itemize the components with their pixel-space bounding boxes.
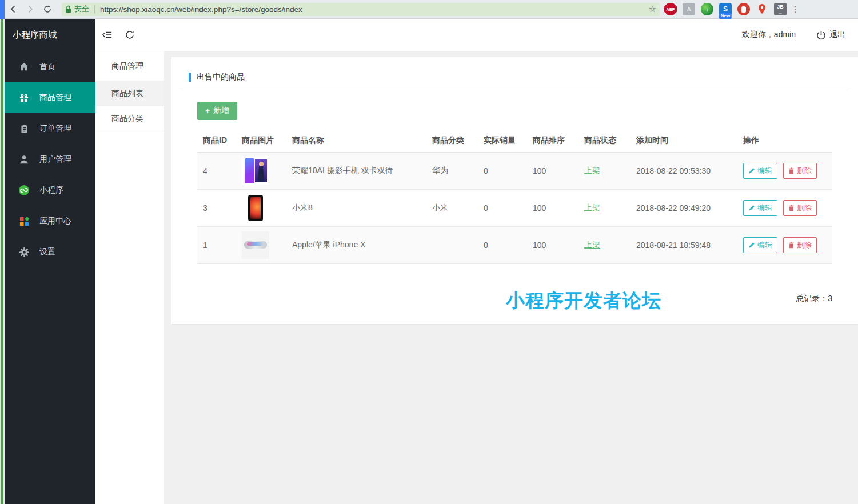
sidebar-item-label: 首页 — [39, 62, 55, 72]
cell-product-id: 3 — [197, 189, 236, 226]
stop-hand-extension-icon[interactable] — [737, 3, 750, 15]
pencil-icon — [748, 167, 755, 174]
collapse-menu-icon[interactable] — [95, 23, 118, 46]
delete-label: 删除 — [797, 203, 812, 213]
person-face — [259, 162, 264, 166]
bookmark-star-icon[interactable]: ☆ — [649, 4, 656, 14]
background-window-green-line — [1, 19, 3, 504]
user-icon — [18, 153, 30, 166]
url-text[interactable]: https://shop.xiaoqc.cn/web/index.php?s=/… — [100, 5, 645, 14]
table-header-row: 商品ID 商品图片 商品名称 商品分类 实际销量 商品排序 商品状态 添加时间 … — [197, 129, 832, 152]
cell-product-name: Apple/苹果 iPhone X — [286, 226, 426, 263]
total-label: 总记录： — [796, 294, 828, 303]
pencil-icon — [748, 205, 755, 211]
app-header: 欢迎你，admin 退出 — [95, 19, 858, 51]
sidebar-item-goods[interactable]: 商品管理 — [5, 82, 95, 113]
sidebar-item-users[interactable]: 用户管理 — [5, 144, 95, 175]
submenu-item-goods-category[interactable]: 商品分类 — [95, 106, 164, 131]
products-table: 商品ID 商品图片 商品名称 商品分类 实际销量 商品排序 商品状态 添加时间 … — [197, 129, 832, 264]
sidebar-item-label: 订单管理 — [39, 123, 71, 134]
edit-button[interactable]: 编辑 — [743, 163, 777, 179]
edit-button[interactable]: 编辑 — [743, 237, 777, 253]
miniprogram-icon — [18, 184, 30, 197]
col-header-sales: 实际销量 — [478, 129, 527, 152]
table-zone: + 新增 商品ID 商品图片 商品名称 商品分类 实际销量 商品排序 — [171, 90, 858, 304]
sidebar-item-label: 商品管理 — [39, 93, 71, 103]
sidebar-item-orders[interactable]: 订单管理 — [5, 113, 95, 144]
sidebar-item-app-center[interactable]: 应用中心 — [5, 206, 95, 237]
cell-category — [426, 226, 478, 263]
cell-product-name: 荣耀10AI 摄影手机 双卡双待 — [286, 152, 426, 189]
phone-shape — [245, 158, 254, 183]
browser-forward-button[interactable] — [22, 2, 39, 17]
lock-icon — [65, 5, 71, 13]
security-label: 安全 — [74, 4, 89, 14]
gear-icon — [18, 246, 30, 258]
trash-icon — [788, 205, 795, 211]
jb-extension-icon[interactable]: JB_ — [774, 3, 787, 15]
delete-button[interactable]: 删除 — [783, 200, 817, 216]
delete-label: 删除 — [797, 240, 812, 250]
trash-icon — [788, 167, 795, 174]
cell-sales: 0 — [478, 226, 527, 263]
col-header-time: 添加时间 — [630, 129, 737, 152]
map-pin-extension-icon[interactable] — [756, 3, 768, 15]
pencil-icon — [748, 242, 755, 249]
table-row: 1 Apple/苹果 iPhone X 0 100 上架 2018-08-21 … — [197, 226, 832, 263]
submenu-title: 商品管理 — [95, 51, 164, 81]
cell-sort: 100 — [527, 189, 578, 226]
background-window-strip — [0, 0, 5, 504]
clipboard-icon — [18, 122, 30, 135]
edit-label: 编辑 — [757, 203, 772, 213]
section-accent-bar — [189, 73, 191, 82]
browser-reload-button[interactable] — [39, 2, 56, 17]
delete-button[interactable]: 删除 — [783, 163, 817, 179]
jb-underscore: _ — [779, 9, 781, 14]
adblock-extension-icon[interactable]: ABP — [664, 3, 677, 15]
sidebar-item-settings[interactable]: 设置 — [5, 237, 95, 267]
gift-icon — [18, 91, 30, 104]
cell-product-id: 1 — [197, 226, 236, 263]
delete-label: 删除 — [797, 166, 812, 176]
col-header-actions: 操作 — [737, 129, 832, 152]
logout-label: 退出 — [829, 30, 845, 40]
col-header-sort: 商品排序 — [527, 129, 578, 152]
status-link[interactable]: 上架 — [584, 203, 600, 212]
sidebar-item-home[interactable]: 首页 — [5, 51, 95, 82]
refresh-icon[interactable] — [118, 23, 141, 46]
address-bar[interactable]: 安全 https://shop.xiaoqc.cn/web/index.php?… — [62, 3, 660, 16]
sidebar-item-label: 用户管理 — [39, 154, 71, 165]
total-value: 3 — [828, 294, 832, 303]
col-header-status: 商品状态 — [578, 129, 630, 152]
sidebar-item-miniprogram[interactable]: 小程序 — [5, 175, 95, 206]
product-image — [242, 194, 269, 222]
address-separator — [94, 5, 95, 13]
logout-button[interactable]: 退出 — [816, 30, 845, 40]
browser-back-button[interactable] — [5, 2, 22, 17]
extension-row: ABP A ↓ S New JB_ — [664, 3, 787, 15]
cell-sales: 0 — [478, 189, 527, 226]
cell-category: 华为 — [426, 152, 478, 189]
download-manager-extension-icon[interactable]: ↓ — [701, 3, 713, 15]
s-new-extension-icon[interactable]: S New — [719, 3, 732, 15]
status-link[interactable]: 上架 — [584, 166, 600, 175]
delete-button[interactable]: 删除 — [783, 237, 817, 253]
status-link[interactable]: 上架 — [584, 240, 600, 249]
submenu-panel: 商品管理 商品列表 商品分类 — [95, 51, 164, 504]
table-row: 4 荣耀10AI 摄影手机 双卡双待 华为 0 100 上架 2018-08-2… — [197, 152, 832, 189]
sidebar-item-label: 应用中心 — [39, 216, 71, 226]
section-title: 出售中的商品 — [197, 72, 245, 82]
background-window-blue — [0, 0, 5, 19]
phone-screen-strip — [247, 242, 264, 246]
main-area: 出售中的商品 + 新增 商品ID 商品图片 商品名称 商品分类 — [164, 51, 858, 504]
edit-button[interactable]: 编辑 — [743, 200, 777, 216]
pdf-extension-icon[interactable]: A — [683, 3, 695, 15]
cell-category: 小米 — [426, 189, 478, 226]
col-header-id: 商品ID — [197, 129, 236, 152]
submenu-item-goods-list[interactable]: 商品列表 — [95, 81, 164, 106]
trash-icon — [788, 242, 795, 249]
browser-menu-icon[interactable]: ⋮ — [790, 4, 800, 14]
table-row: 3 小米8 小米 0 100 上架 2018-08-22 09:49:20 编辑 — [197, 189, 832, 226]
home-icon — [18, 61, 30, 73]
add-product-button[interactable]: + 新增 — [197, 102, 237, 120]
